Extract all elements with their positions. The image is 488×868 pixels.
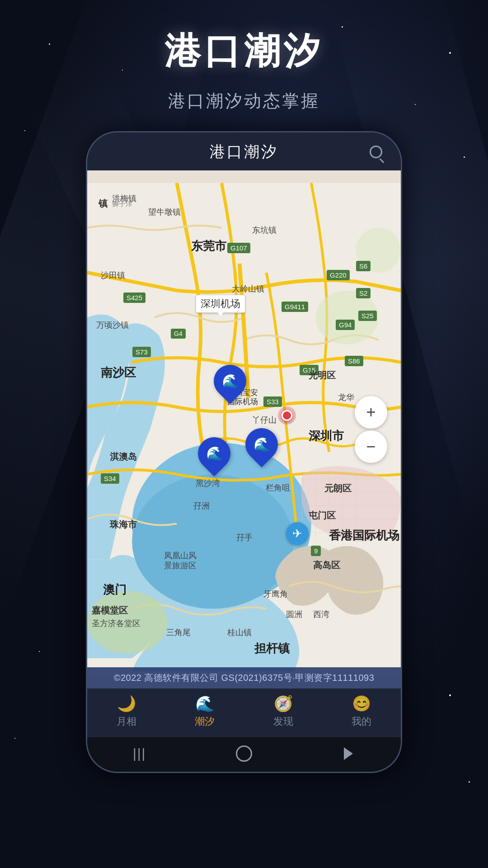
zoom-controls: + − <box>355 396 387 463</box>
map-label-longhua: 龙华 <box>338 392 354 403</box>
mine-icon: 😊 <box>352 696 371 711</box>
road-9: 9 <box>311 546 321 556</box>
map-label-hk-airport: 香港国际机场 <box>329 528 399 543</box>
map-label-xiwan: 西湾 <box>313 609 329 620</box>
road-s86: S86 <box>345 356 363 366</box>
map-label-jiamode: 嘉模堂区 <box>92 604 128 617</box>
recent-icon: ||| <box>133 746 146 761</box>
map-label-qinao: 淇澳岛 <box>110 451 137 463</box>
road-s2: S2 <box>356 288 371 298</box>
tide-wave-icon-2: 🌊 <box>253 438 270 451</box>
map-label-geongzai: 孖洲 <box>193 500 210 511</box>
map-label-nansha: 南沙区 <box>101 365 136 381</box>
phone-mockup: 港口潮汐 <box>86 131 402 773</box>
tide-icon: 🌊 <box>195 696 214 711</box>
road-s34: S34 <box>101 473 119 484</box>
zoom-in-button[interactable]: + <box>355 396 387 429</box>
map-label-guishan: 桂山镇 <box>227 627 252 638</box>
map-label-fenghuang: 凤凰山风 <box>164 550 197 561</box>
moon-icon: 🌙 <box>117 696 136 711</box>
hk-airport-pin[interactable]: ✈ <box>286 522 309 545</box>
map-label-zhuwei: 担杆镇 <box>254 641 290 656</box>
android-nav-bar: ||| <box>87 737 401 772</box>
map-label-dongguan: 东莞市 <box>191 238 226 254</box>
map-label-shengfang: 圣方济各堂区 <box>92 618 141 629</box>
map-label-lanjiao: 栏角咀 <box>266 482 290 493</box>
road-s25: S25 <box>358 311 377 321</box>
zoom-out-button[interactable]: − <box>355 430 387 463</box>
app-header: 港口潮汐 <box>87 132 401 170</box>
map-area[interactable]: G107 G9411 G94 G220 G4 G15 S33 S73 S86 S… <box>87 170 401 689</box>
map-label-tuenmen: 屯门区 <box>309 509 336 522</box>
map-label-shenzhen: 深圳市 <box>309 428 344 444</box>
map-sublabel-shizi: 狮子洋 <box>112 200 132 208</box>
airport-icon: ✈ <box>292 527 302 541</box>
map-label-shatian: 沙田镇 <box>101 270 125 281</box>
map-label-wanbei: 望牛墩镇 <box>148 207 181 217</box>
road-g220: G220 <box>327 270 350 280</box>
map-label-孖手: 孖手 <box>236 532 253 543</box>
map-label-sanjiao: 三角尾 <box>166 627 191 638</box>
bottom-nav: 🌙 月相 🌊 潮汐 🧭 发现 😊 我的 <box>87 689 401 737</box>
map-label-zhen1: 镇 <box>99 198 108 210</box>
map-label-yuanlang: 元朗区 <box>324 482 352 495</box>
nav-tide-label: 潮汐 <box>195 715 215 728</box>
map-label-yajiao: 牙鹰角 <box>263 589 288 599</box>
map-copyright-text: ©2022 高德软件有限公司 GS(2021)6375号·甲测资字1111109… <box>92 672 396 684</box>
map-label-daling: 大岭山镇 <box>232 283 264 294</box>
map-label-wanbeizhang: 万顷沙镇 <box>96 320 129 330</box>
app-header-title: 港口潮汐 <box>210 142 278 162</box>
road-g4: G4 <box>171 329 186 339</box>
road-s425: S425 <box>123 292 145 303</box>
map-label-yuanzhou: 圆洲 <box>286 609 302 620</box>
map-label-yifu: 丫仔山 <box>252 415 277 425</box>
road-g9411: G9411 <box>282 302 308 312</box>
nav-discover-label: 发现 <box>273 715 293 728</box>
map-label-heisha: 黑沙湾 <box>196 478 220 489</box>
road-s73: S73 <box>132 347 151 357</box>
search-icon <box>370 146 382 158</box>
nav-tide[interactable]: 🌊 潮汐 <box>166 696 244 728</box>
nav-discover[interactable]: 🧭 发现 <box>244 696 323 728</box>
back-icon <box>344 747 353 760</box>
phone-frame: 港口潮汐 <box>86 131 402 773</box>
map-label-fenghuang2: 景旅游区 <box>164 560 197 571</box>
shenzhen-airport-label: 深圳机场 <box>196 295 245 313</box>
discover-icon: 🧭 <box>274 696 293 711</box>
android-recent-btn[interactable]: ||| <box>122 746 158 761</box>
road-s33: S33 <box>263 396 282 407</box>
top-section: 港口潮汐 港口潮汐动态掌握 <box>0 27 488 113</box>
page-title: 港口潮汐 <box>0 27 488 76</box>
phone-inner: 港口潮汐 <box>87 132 401 772</box>
page-subtitle: 港口潮汐动态掌握 <box>0 90 488 113</box>
road-g94: G94 <box>336 320 355 330</box>
map-label-macao: 澳门 <box>103 582 127 598</box>
search-button[interactable] <box>365 141 387 163</box>
android-back-btn[interactable] <box>330 747 366 760</box>
nav-moon[interactable]: 🌙 月相 <box>87 696 166 728</box>
nav-moon-label: 月相 <box>117 715 136 728</box>
nav-mine[interactable]: 😊 我的 <box>323 696 401 728</box>
road-g107: G107 <box>227 243 250 253</box>
road-s6: S6 <box>356 261 371 271</box>
map-label-dongkeng: 东坑镇 <box>252 225 277 236</box>
android-home-btn[interactable] <box>226 745 262 762</box>
map-label-gaodao: 高岛区 <box>313 559 340 571</box>
map-label-guangming: 光明区 <box>309 369 336 382</box>
map-label-zhuhai-city: 珠海市 <box>110 519 137 531</box>
tide-wave-icon-3: 🌊 <box>206 447 223 460</box>
map-copyright-bar: ©2022 高德软件有限公司 GS(2021)6375号·甲测资字1111109… <box>87 667 401 689</box>
home-icon <box>236 745 252 762</box>
tide-wave-icon-1: 🌊 <box>222 374 239 388</box>
nav-mine-label: 我的 <box>352 715 371 728</box>
